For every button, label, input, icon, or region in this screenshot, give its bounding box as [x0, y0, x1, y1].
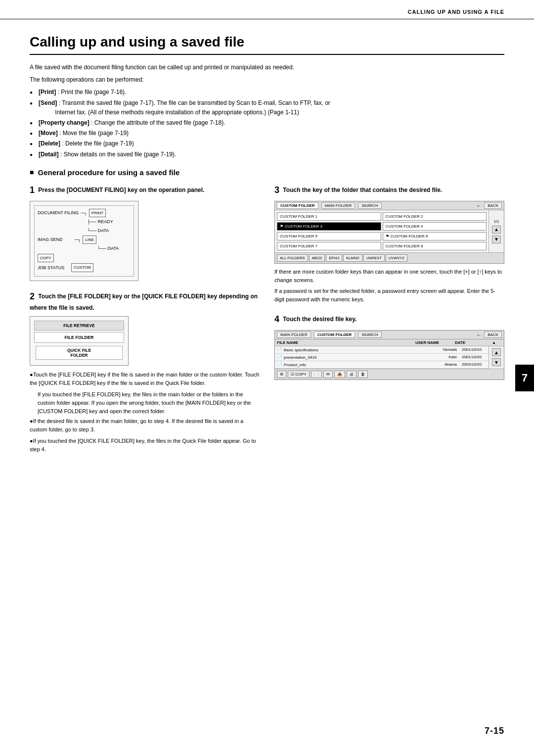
folder-cell-5[interactable]: CUSTOM FOLDER 5 — [277, 232, 381, 240]
footer-btn-copy[interactable]: ☑ COPY — [288, 371, 310, 378]
back-arrow-icon-s4[interactable]: ← — [476, 332, 481, 337]
file-nav-down[interactable]: ▼ — [492, 358, 501, 366]
col-user-name: USER NAME — [415, 340, 455, 345]
diag-row-copy: COPY — [38, 254, 131, 263]
diag-data1-label: └── DATA — [87, 227, 109, 235]
tab-custom-folder[interactable]: CUSTOM FOLDER — [277, 202, 318, 209]
left-column: 1 Press the [DOCUMENT FILING] key on the… — [30, 184, 260, 463]
folder-grid-main: CUSTOM FOLDER 1 CUSTOM FOLDER 2 ⚑ CUSTOM… — [275, 210, 489, 252]
tab-main-folder-s4[interactable]: MAIN FOLDER — [277, 331, 311, 338]
folder-grid-area: CUSTOM FOLDER 1 CUSTOM FOLDER 2 ⚑ CUSTOM… — [275, 210, 504, 252]
tab-efhij[interactable]: EFHIJ — [326, 254, 342, 262]
page-main-title: Calling up and using a saved file — [30, 34, 504, 55]
step1-diagram: DOCUMENT FILING ─┐ PRINT ├── READY └── D… — [30, 201, 138, 281]
col-file-name: FILE NAME — [277, 340, 415, 345]
footer-btn-doc[interactable]: 📄 — [311, 371, 322, 378]
nav-up-btn[interactable]: ▲ — [492, 226, 501, 234]
tab-all-folders[interactable]: ALL FOLDERS — [277, 254, 308, 262]
step3-block: 3 Touch the key of the folder that conta… — [274, 184, 504, 304]
file-folder-btn[interactable]: FILE FOLDER — [34, 332, 124, 343]
diag-data2-label: └── DATA — [97, 245, 119, 252]
step4-panel: MAIN FOLDER CUSTOM FOLDER SEARCH ← BACK … — [274, 330, 504, 380]
folder-cell-1[interactable]: CUSTOM FOLDER 1 — [277, 212, 381, 221]
footer-btn-upload[interactable]: 📤 — [334, 371, 345, 378]
tab-klmno[interactable]: KLMNO — [343, 254, 362, 262]
quick-file-area: QUICK FILEFOLDER — [34, 344, 124, 361]
file-row-1[interactable]: 📄Basic specifications Yamada 2001/10/10 — [275, 346, 489, 354]
bullet-send: [Send] : Transmit the saved file (page 7… — [30, 98, 504, 117]
file-pagination: ▲ ▼ — [489, 346, 504, 369]
file-icon-2: 📄 — [277, 355, 282, 360]
step3-number: 3 — [274, 185, 279, 195]
tab-search[interactable]: SEARCH — [358, 202, 381, 209]
step3-panel-header: CUSTOM FOLDER MAIN FOLDER SEARCH ← BACK — [275, 201, 504, 210]
folder-cell-6[interactable]: ⚑ CUSTOM FOLDER 6 — [383, 232, 487, 240]
folder-grid: CUSTOM FOLDER 1 CUSTOM FOLDER 2 ⚑ CUSTOM… — [275, 210, 489, 252]
file-icon-3: 📄 — [277, 362, 282, 367]
file-rows-area: 📄Basic specifications Yamada 2001/10/10 … — [275, 346, 504, 369]
diag-row-data1: └── DATA — [38, 227, 131, 235]
folder-cell-2[interactable]: CUSTOM FOLDER 2 — [383, 212, 487, 221]
diag-row-ready: ├── READY — [38, 218, 131, 226]
diag-ready-label: ├── READY — [87, 218, 113, 226]
step2-header: 2 Touch the [FILE FOLDER] key or the [QU… — [30, 290, 260, 312]
bullet-detail: [Detail] : Show details on the saved fil… — [30, 150, 504, 159]
folder-cell-4[interactable]: CUSTOM FOLDER 4 — [383, 222, 487, 231]
folder-bottom-tabs: ALL FOLDERS ABCD EFHIJ KLMNO UNREST UVWX… — [275, 252, 504, 263]
file-user-3: Akama — [445, 362, 457, 367]
tab-custom-folder-s4[interactable]: CUSTOM FOLDER — [314, 331, 356, 338]
footer-btn-delete[interactable]: 🗑 — [358, 371, 368, 378]
step2-note4: ●If you touched the [QUICK FILE FOLDER] … — [30, 437, 260, 454]
tab-unrest[interactable]: UNREST — [363, 254, 385, 262]
lock-icon-3: ⚑ — [280, 224, 283, 229]
bullet-list: [Print] : Print the file (page 7-16). [S… — [30, 88, 504, 159]
back-btn-s4[interactable]: BACK — [484, 331, 502, 338]
diag-row-jobstatus: JOB STATUS CUSTOM — [38, 263, 131, 272]
folder-cell-8[interactable]: CUSTOM FOLDER 8 — [383, 242, 487, 250]
diag-row-docfiling: DOCUMENT FILING ─┐ PRINT — [38, 209, 131, 218]
file-col-headers: FILE NAME USER NAME DATE ▲ — [275, 339, 504, 346]
file-user-1: Yamada — [443, 347, 457, 352]
nav-down-btn[interactable]: ▼ — [492, 236, 501, 243]
bullet-move: [Move] : Move the file (page 7-19) — [30, 129, 504, 138]
file-name-2: 📄presentation_0919 — [277, 355, 444, 360]
diag-print-box: PRINT — [89, 209, 106, 218]
folder-pagination: 1/1 ▲ ▼ — [489, 210, 504, 252]
file-date-1: 2001/10/10 — [462, 347, 482, 352]
tab-search-s4[interactable]: SEARCH — [358, 331, 381, 338]
folder-cell-7[interactable]: CUSTOM FOLDER 7 — [277, 242, 381, 250]
step3-header: 3 Touch the key of the folder that conta… — [274, 184, 504, 197]
file-row-2[interactable]: 📄presentation_0919 Kato 2001/10/20 — [275, 354, 489, 361]
step3-note2: If a password is set for the selected fo… — [274, 287, 504, 304]
diag-jobstatus-label: JOB STATUS — [38, 264, 64, 272]
folder-cell-3[interactable]: ⚑ CUSTOM FOLDER 3 — [277, 222, 381, 231]
page-container: CALLING UP AND USING A FILE Calling up a… — [0, 0, 534, 756]
back-btn[interactable]: BACK — [484, 202, 502, 209]
file-retrieve-label: FILE RETRIEVE — [34, 321, 124, 331]
quick-file-btn[interactable]: QUICK FILEFOLDER — [36, 346, 123, 360]
tab-uvwxyz[interactable]: UVWXYZ — [386, 254, 407, 262]
intro-line2: The following operations can be performe… — [30, 75, 504, 85]
right-column: 3 Touch the key of the folder that conta… — [274, 184, 504, 463]
page-indicator: 1/1 — [493, 219, 499, 224]
back-arrow-icon[interactable]: ← — [476, 203, 481, 208]
diag-line-box: LINE — [83, 236, 96, 244]
step4-panel-header: MAIN FOLDER CUSTOM FOLDER SEARCH ← BACK — [275, 331, 504, 339]
step2-note2: If you touched the [FILE FOLDER] key, th… — [30, 390, 260, 416]
footer-btn-settings[interactable]: ⚙ — [277, 371, 286, 378]
file-nav-up[interactable]: ▲ — [492, 348, 501, 356]
two-column-layout: 1 Press the [DOCUMENT FILING] key on the… — [30, 184, 504, 463]
section-title: General procedure for using a saved file — [30, 168, 504, 177]
file-row-3[interactable]: 📄Product_info Akama 2003/10/20 — [275, 361, 489, 369]
diag-copy-box: COPY — [38, 254, 54, 263]
diag-print-arrow: ─┐ — [81, 209, 87, 217]
step3-note1: If there are more custom folder keys tha… — [274, 268, 504, 284]
tab-abcd[interactable]: ABCD — [309, 254, 325, 262]
footer-btn-send[interactable]: ✉ — [323, 371, 333, 378]
step2-note3: ●If the desired file is saved in the mai… — [30, 417, 260, 434]
bullet-print: [Print] : Print the file (page 7-16). — [30, 88, 504, 97]
footer-btn-print[interactable]: 🖨 — [347, 371, 356, 378]
tab-main-folder[interactable]: MAIN FOLDER — [321, 202, 356, 209]
col-date: DATE — [455, 340, 492, 345]
diag-row-imagesend: IMAG SEND ─┐ LINE — [38, 236, 131, 244]
